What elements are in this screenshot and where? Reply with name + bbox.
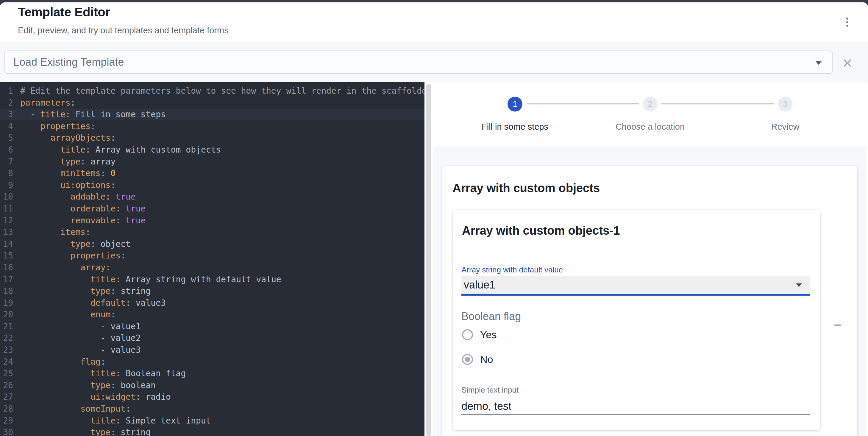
code-line: 13 items:: [0, 226, 425, 238]
line-number: 7: [0, 156, 13, 168]
line-number: 14: [0, 238, 13, 250]
line-number: 5: [0, 132, 13, 144]
radio-option-yes[interactable]: Yes: [462, 328, 497, 341]
code-text: - value2: [20, 332, 141, 344]
step-label: Fill in some steps: [440, 121, 589, 132]
radio-checked-icon: [462, 354, 473, 365]
code-text: enum:: [20, 309, 116, 321]
code-line: 27 ui:widget: radio: [0, 391, 425, 403]
code-line: 11 orderable: true: [0, 203, 425, 215]
form-section-title: Array with custom objects: [453, 181, 600, 195]
line-number: 17: [0, 274, 13, 286]
code-line: 18 type: string: [0, 285, 425, 297]
select-focus-underline: [461, 294, 810, 296]
code-text: # Edit the template parameters below to …: [20, 85, 425, 97]
code-text: addable: true: [20, 191, 136, 203]
line-number: 20: [0, 309, 13, 321]
code-line: 17 title: Array string with default valu…: [0, 274, 425, 286]
select-field-label: Array string with default value: [461, 265, 563, 274]
simple-text-input[interactable]: demo, test: [461, 400, 512, 412]
step-circle-3: 3: [778, 97, 793, 111]
code-text: minItems: 0: [20, 167, 116, 179]
minus-icon: [834, 325, 841, 326]
more-options-button[interactable]: [840, 15, 854, 29]
code-line: 9 ui:options:: [0, 179, 425, 191]
chevron-down-icon: [815, 61, 822, 65]
radio-group-label: Boolean flag: [461, 310, 521, 323]
line-number: 1: [0, 85, 13, 97]
code-line: 19 default: value3: [0, 297, 425, 309]
kebab-menu-icon: [846, 21, 848, 23]
clear-template-button[interactable]: [839, 55, 855, 71]
text-field-label: Simple text input: [461, 385, 519, 395]
code-line: 15 properties:: [0, 250, 425, 262]
array-string-select[interactable]: value1: [461, 276, 810, 294]
code-line: 2parameters:: [0, 97, 425, 109]
step-circle-2: 2: [643, 97, 657, 111]
line-number: 16: [0, 262, 13, 274]
code-text: title: Array with custom objects: [20, 144, 221, 156]
dropdown-arrow-icon: [796, 283, 802, 287]
line-number: 21: [0, 321, 13, 333]
window-right-border: [866, 2, 866, 436]
array-item-title: Array with custom objects-1: [462, 224, 620, 237]
code-line: 14 type: object: [0, 238, 425, 250]
line-number: 13: [0, 226, 13, 238]
code-text: items:: [20, 226, 91, 238]
code-line: 1# Edit the template parameters below to…: [0, 85, 425, 97]
code-text: orderable: true: [20, 203, 146, 215]
load-existing-template-placeholder: Load Existing Template: [13, 56, 124, 68]
code-text: type: string: [20, 285, 151, 297]
line-number: 10: [0, 191, 13, 203]
code-line: 8 minItems: 0: [0, 167, 425, 179]
line-number: 11: [0, 203, 13, 215]
line-number: 18: [0, 285, 13, 297]
code-text: title: Simple text input: [20, 415, 211, 427]
select-field-value: value1: [464, 279, 495, 291]
code-line: 20 enum:: [0, 309, 425, 321]
code-text: - value3: [20, 344, 141, 356]
line-number: 19: [0, 297, 13, 309]
code-line: 23 - value3: [0, 344, 425, 356]
code-line: 24 flag:: [0, 356, 425, 368]
load-existing-template-select[interactable]: Load Existing Template: [4, 51, 833, 74]
code-text: type: boolean: [20, 379, 156, 391]
line-number: 15: [0, 250, 13, 262]
radio-option-no[interactable]: No: [462, 353, 493, 366]
code-line: 28 someInput:: [0, 403, 425, 415]
kebab-menu-icon: [846, 18, 848, 20]
code-line: 6 title: Array with custom objects: [0, 144, 425, 156]
line-number: 24: [0, 356, 13, 368]
code-text: default: value3: [20, 297, 166, 309]
code-line: 5 arrayObjects:: [0, 132, 425, 144]
line-number: 8: [0, 167, 13, 179]
code-text: arrayObjects:: [20, 132, 116, 144]
radio-dot: [465, 357, 470, 362]
code-text: title: Boolean flag: [20, 368, 186, 379]
code-text: - value1: [20, 321, 141, 333]
line-number: 4: [0, 121, 13, 132]
radio-option-label: No: [480, 354, 493, 365]
code-line: 25 title: Boolean flag: [0, 368, 425, 379]
stepper-connector-line: [661, 103, 774, 104]
code-text: flag:: [20, 356, 106, 368]
code-line: 7 type: array: [0, 156, 425, 168]
code-text: - title: Fill in some steps: [20, 108, 166, 121]
editor-scrollbar[interactable]: [426, 84, 431, 436]
page-title: Template Editor: [18, 5, 110, 20]
line-number: 30: [0, 427, 13, 436]
code-line: 16 array:: [0, 262, 425, 274]
radio-unchecked-icon: [462, 329, 473, 340]
line-number: 27: [0, 391, 13, 403]
line-number: 12: [0, 215, 13, 227]
yaml-code-editor[interactable]: 1# Edit the template parameters below to…: [0, 82, 425, 436]
code-text: type: object: [20, 238, 131, 250]
line-number: 25: [0, 368, 13, 379]
code-text: properties:: [20, 121, 96, 132]
remove-array-item-button[interactable]: [830, 318, 844, 332]
code-text: properties:: [20, 250, 126, 262]
page-subtitle: Edit, preview, and try out templates and…: [18, 25, 228, 36]
code-line: 21 - value1: [0, 321, 425, 333]
code-text: ui:options:: [20, 179, 116, 191]
step-label: Review: [711, 121, 860, 132]
